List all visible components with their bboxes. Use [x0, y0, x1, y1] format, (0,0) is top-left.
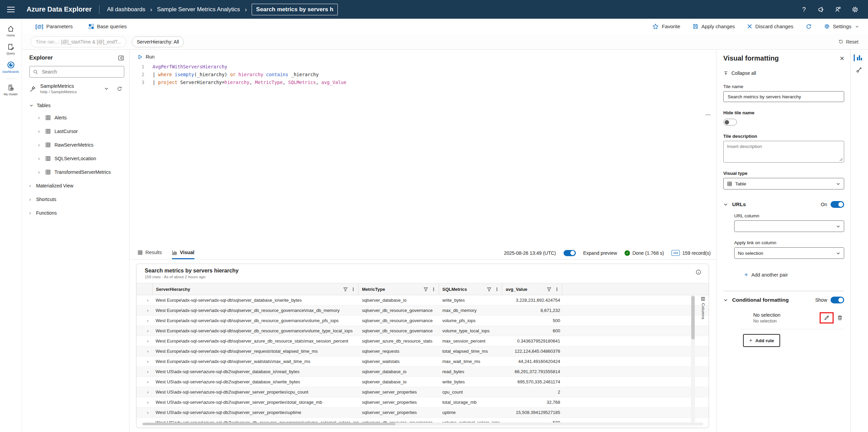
base-queries-button[interactable]: Base queries: [89, 23, 127, 29]
filter-icon[interactable]: [343, 287, 348, 292]
tables-node[interactable]: Tables: [29, 100, 124, 111]
column-header-serverhierarchy[interactable]: ServerHierarchy ⋮: [152, 283, 359, 295]
close-icon[interactable]: ×: [840, 55, 844, 62]
row-expander-icon[interactable]: ›: [142, 377, 152, 387]
table-row[interactable]: ›West Europe\adx-sql-server\adx-sql-db\s…: [137, 326, 709, 336]
nav-my-cluster[interactable]: My cluster: [0, 81, 21, 99]
row-expander-icon[interactable]: ›: [142, 387, 152, 397]
resize-handle-icon[interactable]: [839, 158, 843, 161]
row-expander-icon[interactable]: ›: [142, 326, 152, 336]
filter-icon[interactable]: [487, 287, 491, 292]
row-expander-icon[interactable]: ›: [142, 305, 152, 315]
collapse-pane-icon[interactable]: [118, 55, 124, 61]
row-expander-icon[interactable]: ›: [142, 397, 152, 407]
column-menu-icon[interactable]: ⋮: [350, 287, 358, 292]
refresh-icon[interactable]: [117, 86, 122, 92]
tree-item-table[interactable]: ›Alerts: [29, 111, 124, 124]
table-row[interactable]: ›West Europe\adx-sql-server\adx-sql-db\s…: [137, 316, 709, 326]
table-row[interactable]: ›West US\adx-sql-server\azure-sql-db2\sq…: [137, 397, 709, 408]
tree-section-shortcuts[interactable]: ›Shortcuts: [29, 193, 124, 206]
filter-icon[interactable]: [547, 287, 551, 292]
row-expander-icon[interactable]: ›: [142, 408, 152, 417]
row-expander-icon[interactable]: ›: [142, 367, 152, 377]
table-row[interactable]: ›West US\adx-sql-server\azure-sql-db2\sq…: [137, 367, 709, 377]
row-expander-icon[interactable]: ›: [142, 316, 152, 326]
tree-section-materialized-view[interactable]: ›Materialized View: [29, 179, 124, 193]
table-row[interactable]: ›West Europe\adx-sql-server\adx-sql-db\s…: [137, 336, 709, 346]
tree-item-table[interactable]: ›RawServerMetrics: [29, 138, 124, 152]
urls-section-header[interactable]: URLs On: [723, 201, 844, 208]
table-row[interactable]: ›West Europe\adx-sql-server\adx-sql-db\s…: [137, 305, 709, 316]
query-line[interactable]: 2| where isempty(_hierarchy) or hierarch…: [129, 71, 716, 79]
column-menu-icon[interactable]: ⋮: [554, 287, 562, 292]
tile-description-input[interactable]: [724, 141, 844, 162]
scrollbar-thumb[interactable]: [143, 423, 395, 425]
table-row[interactable]: ›West Europe\adx-sql-server\adx-sql-db\s…: [137, 346, 709, 356]
chevron-down-icon[interactable]: [104, 86, 109, 91]
visual-type-select[interactable]: Table: [723, 178, 844, 189]
connection-row[interactable]: SampleMetrics help / SampleMetrics: [29, 83, 124, 95]
help-icon[interactable]: ?: [801, 6, 807, 13]
row-expander-icon[interactable]: ›: [142, 295, 152, 305]
url-column-select[interactable]: [734, 220, 844, 232]
query-line[interactable]: 3| project ServerHierarchy=hierarchy, Me…: [129, 79, 716, 86]
apply-link-select[interactable]: No selection: [734, 247, 844, 259]
server-hierarchy-filter-pill[interactable]: ServerHierarchy: All: [132, 36, 184, 47]
add-another-pair-button[interactable]: + Add another pair: [744, 272, 788, 278]
tile-name-field[interactable]: [723, 91, 844, 102]
tab-results[interactable]: Results: [138, 247, 162, 259]
tree-section-functions[interactable]: ›Functions: [29, 206, 124, 220]
expand-preview-toggle[interactable]: [564, 250, 576, 256]
nav-home[interactable]: Home: [0, 22, 21, 40]
conditional-formatting-toggle[interactable]: [831, 297, 844, 303]
breadcrumb-item[interactable]: Search metrics by servers h: [252, 4, 338, 15]
filter-icon[interactable]: [424, 287, 428, 292]
table-row[interactable]: ›West Europe\adx-sql-server\adx-sql-db\s…: [137, 295, 709, 305]
feedback-icon[interactable]: [835, 6, 841, 13]
column-menu-icon[interactable]: ⋮: [431, 287, 439, 292]
explorer-search[interactable]: [29, 66, 124, 78]
discard-changes-button[interactable]: Discard changes: [747, 23, 793, 29]
query-line[interactable]: 1AvgPerfWithServersHierarchy: [129, 63, 716, 71]
search-input[interactable]: [41, 69, 121, 75]
settings-button[interactable]: Settings: [824, 23, 859, 29]
column-header-metrictype[interactable]: MetricType ⋮: [359, 283, 439, 295]
collapse-all-button[interactable]: Collapse all: [723, 70, 756, 76]
table-row[interactable]: ›West US\adx-sql-server\azure-sql-db2\sq…: [137, 377, 709, 387]
favorite-button[interactable]: Favorite: [652, 23, 680, 30]
tree-item-table[interactable]: ›TransformedServerMetrics: [29, 165, 124, 179]
announcement-icon[interactable]: [818, 6, 824, 13]
breadcrumb-item[interactable]: All dashboards: [107, 6, 145, 13]
breadcrumb-item[interactable]: Sample Server Metrics Analytics: [157, 6, 240, 13]
reset-button[interactable]: Reset: [838, 39, 868, 45]
apply-changes-button[interactable]: Apply changes: [693, 23, 735, 29]
nav-query[interactable]: Query: [0, 40, 21, 58]
info-icon[interactable]: [696, 269, 701, 275]
column-header-sqlmetrics[interactable]: SQLMetrics ⋮: [439, 283, 502, 295]
tile-description-field[interactable]: [723, 141, 844, 163]
table-row[interactable]: ›West US\adx-sql-server\azure-sql-db2\sq…: [137, 387, 709, 397]
settings-gear-icon[interactable]: [852, 6, 858, 13]
table-row[interactable]: ›West Europe\adx-sql-server\adx-sql-db\s…: [137, 356, 709, 367]
edit-rule-pencil-icon[interactable]: [824, 315, 830, 321]
tree-item-table[interactable]: ›SQLServerLocation: [29, 152, 124, 165]
column-header-avgvalue[interactable]: avg_Value ⋮: [502, 283, 562, 295]
table-row[interactable]: ›West US\adx-sql-server\azure-sql-db2\sq…: [137, 408, 709, 418]
columns-flyout-tab[interactable]: Columns: [701, 297, 705, 319]
hamburger-menu-icon[interactable]: [0, 7, 22, 12]
row-expander-icon[interactable]: ›: [142, 336, 152, 346]
horizontal-scrollbar[interactable]: [142, 422, 703, 426]
nav-dashboards[interactable]: Dashboards: [0, 58, 21, 77]
parameters-button[interactable]: [@] Parameters: [35, 23, 73, 29]
add-rule-button[interactable]: + Add rule: [743, 334, 780, 347]
query-editor[interactable]: 1AvgPerfWithServersHierarchy2| where ise…: [129, 63, 716, 86]
tab-visual[interactable]: Visual: [172, 247, 194, 259]
run-button[interactable]: Run: [129, 50, 155, 60]
conditional-formatting-header[interactable]: Conditional formatting Show: [723, 297, 844, 303]
scrollbar-thumb[interactable]: [691, 296, 695, 339]
hide-tile-name-toggle[interactable]: [723, 119, 737, 126]
visual-formatting-tab[interactable]: [851, 54, 868, 61]
refresh-button[interactable]: [806, 23, 812, 30]
vertical-scrollbar[interactable]: [691, 295, 695, 423]
delete-rule-trash-icon[interactable]: [837, 315, 843, 321]
